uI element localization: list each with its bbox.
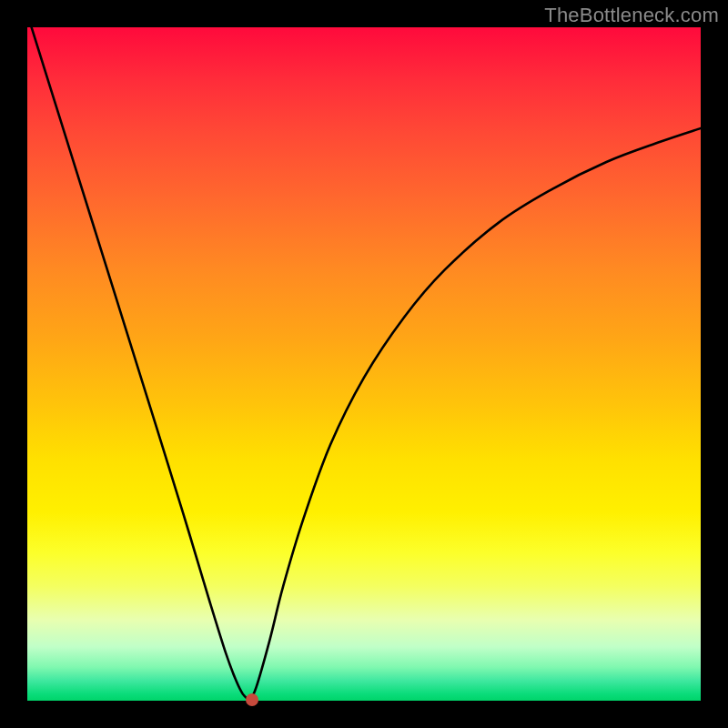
- curve-path-right: [249, 128, 701, 701]
- curve-svg: [27, 27, 701, 701]
- curve-path-left: [27, 27, 249, 701]
- watermark-text: TheBottleneck.com: [544, 4, 719, 27]
- marker-dot: [246, 693, 258, 706]
- chart-frame: TheBottleneck.com: [0, 0, 728, 728]
- plot-area: [27, 27, 701, 701]
